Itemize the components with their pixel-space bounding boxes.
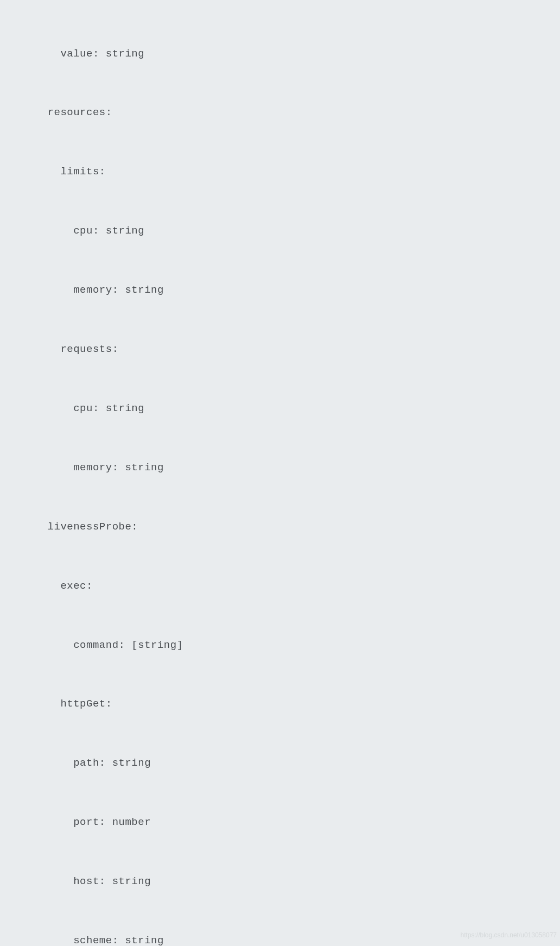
code-line: memory: string [22, 280, 560, 300]
code-line: memory: string [22, 458, 560, 477]
code-line: path: string [22, 753, 560, 773]
code-line: httpGet: [22, 694, 560, 714]
code-line: resources: [22, 103, 560, 122]
code-line: cpu: string [22, 221, 560, 241]
code-line: limits: [22, 162, 560, 181]
code-line: requests: [22, 339, 560, 359]
watermark-text: https://blog.csdn.net/u013058077 [461, 925, 557, 945]
code-line: command: [string] [22, 635, 560, 655]
yaml-code-block: value: string resources: limits: cpu: st… [0, 0, 560, 946]
code-line: host: string [22, 872, 560, 891]
code-line: cpu: string [22, 399, 560, 418]
code-line: value: string [22, 44, 560, 64]
code-line: livenessProbe: [22, 517, 560, 537]
code-line: port: number [22, 812, 560, 832]
code-line: exec: [22, 576, 560, 596]
